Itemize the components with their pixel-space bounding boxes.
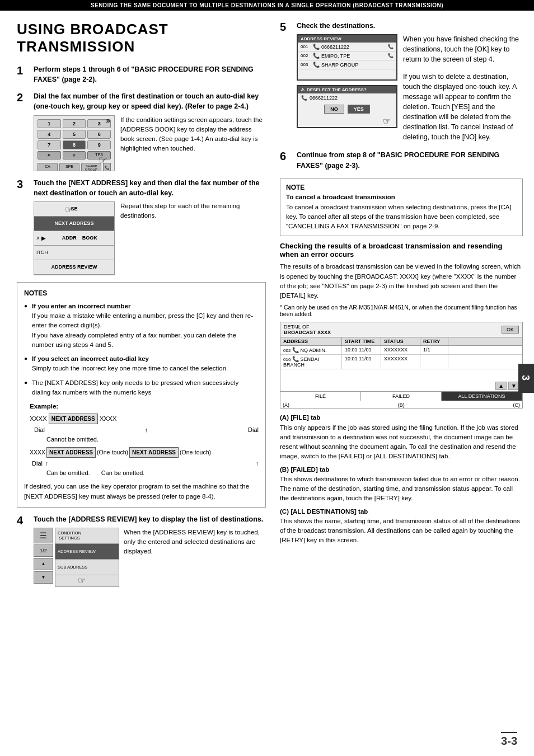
- failed-tab[interactable]: FAILED: [361, 392, 442, 401]
- step4-icon-btn: ☰: [34, 528, 53, 543]
- all-destinations-tab[interactable]: ALL DESTINATIONS: [442, 392, 522, 401]
- step4-up-btn[interactable]: ▲: [34, 558, 53, 570]
- step-3-desc: Repeat this step for each of the remaini…: [120, 201, 266, 275]
- key-1: 1: [38, 119, 61, 128]
- scroll-down-btn[interactable]: ▼: [508, 382, 519, 390]
- results-section: Checking the results of a broadcast tran…: [280, 242, 523, 545]
- step4-left-btns: ☰ 1/2 ▲ ▼: [34, 528, 53, 587]
- result-phone-2: 📞: [292, 356, 299, 362]
- col-header-address: ADDRESS: [280, 337, 342, 345]
- ex1-arrow-up: ↑: [46, 425, 246, 435]
- ok-button[interactable]: OK: [502, 326, 519, 334]
- example-2: XXXX NEXT ADDRESS (One-touch) NEXT ADDRE…: [30, 447, 259, 477]
- keypad-image: 1 2 3 ⓒ 4 5 6 7 8 9 ✦ # TPS: [34, 115, 115, 171]
- finger-icon-step2: ☞: [99, 154, 107, 166]
- scroll-btns: ▲ ▼: [280, 381, 522, 391]
- all-tab-desc-block: (C) [ALL DESTINATIONS] tab This shows th…: [280, 507, 523, 546]
- next-address-panel: SE NEXT ADDRESS X ▶ ADDR BOOK ITCH: [34, 201, 115, 275]
- step-1: 1 Perform steps 1 through 6 of "BASIC PR…: [17, 64, 266, 84]
- result-addr-1: 002 📞 NQ ADMIN.: [280, 346, 342, 354]
- key-4: 4: [38, 130, 61, 139]
- spe-label: SPE: [59, 163, 79, 171]
- note-1: If you enter an incorrect number If you …: [24, 302, 259, 350]
- all-tab-label: (C) [ALL DESTINATIONS] tab: [280, 508, 368, 515]
- step-6-content: Continue from step 8 of "BASIC PROCEDURE…: [297, 150, 523, 170]
- step-2-desc-text: If the condition settings screen appears…: [120, 116, 263, 152]
- tab-labels: (A) (B) (C): [280, 402, 522, 408]
- phone-icon-2: 📞: [313, 53, 320, 59]
- col-header-status: STATUS: [381, 337, 420, 345]
- deselect-title-bar: ⚠ DESELECT THE ADDRESS?: [298, 86, 396, 93]
- addr-row-3: 003 📞 SHARP GROUP: [298, 60, 396, 69]
- ex2-spacer: [51, 459, 252, 468]
- step-5-number: 5: [280, 21, 292, 33]
- note-2: If you select an incorrect auto-dial key…: [24, 354, 259, 374]
- result-status-1: XXXXXXX: [381, 346, 420, 354]
- step5-screens-left: ADDRESS REVIEW 001 📞 0666211222 📞 002 📞: [297, 34, 397, 142]
- next-address-button-label: NEXT ADDRESS: [36, 220, 112, 226]
- step4-down-btn[interactable]: ▼: [34, 571, 53, 584]
- step4-fraction: 1/2: [34, 544, 53, 557]
- yes-button[interactable]: YES: [348, 105, 370, 114]
- step-4-number: 4: [17, 514, 29, 527]
- addr-row-1-num: 001: [301, 44, 313, 49]
- step5-screens: ADDRESS REVIEW 001 📞 0666211222 📞 002 📞: [297, 34, 523, 142]
- key-star: ✦: [38, 151, 61, 159]
- step-3-number: 3: [17, 178, 29, 190]
- step-5-content: Check the destinations. ADDRESS REVIEW 0…: [297, 21, 523, 142]
- file-tab-desc: This only appears if the job was stored …: [280, 424, 518, 460]
- ex2-onetouch1: (One-touch): [97, 448, 128, 457]
- result-num-1: 002: [283, 348, 291, 353]
- note-3-text1: The [NEXT ADDRESS] key only needs to be …: [32, 379, 238, 396]
- notes-title: NOTES: [24, 288, 259, 298]
- arrow-right-icon: ▶: [41, 235, 46, 241]
- next-address-row[interactable]: NEXT ADDRESS: [34, 217, 114, 231]
- list-icon: ☰: [40, 531, 47, 540]
- key-5: 5: [63, 130, 86, 139]
- screen-empty-row: [298, 69, 396, 79]
- addr-book-label: ADDR BOOK: [47, 235, 112, 241]
- table-detail-label: DETAIL OF BROADCAST XXXX: [284, 324, 331, 335]
- step-6-number: 6: [280, 150, 292, 162]
- scroll-up-btn[interactable]: ▲: [495, 382, 507, 390]
- key-hash: #: [63, 151, 86, 159]
- page-number-text: 3-3: [501, 735, 517, 747]
- note-right-text: To cancel a broadcast transmission when …: [286, 203, 517, 232]
- addr-review-label: ADDRESS REVIEW: [36, 264, 112, 270]
- x-label: X: [36, 236, 39, 241]
- step-2-content: Dial the fax number of the first destina…: [34, 91, 266, 171]
- ex1-dial2: Dial: [248, 425, 259, 435]
- no-button[interactable]: NO: [324, 105, 344, 114]
- condition-settings-row[interactable]: CONDITIONSETTINGS: [55, 528, 119, 544]
- step-4: 4 Touch the [ADDRESS REVIEW] key to disp…: [17, 514, 266, 587]
- tab-label-c: (C): [513, 402, 521, 408]
- step-1-text: Perform steps 1 through 6 of "BASIC PROC…: [34, 65, 254, 83]
- results-table: DETAIL OF BROADCAST XXXX OK ADDRESS STAR…: [280, 322, 523, 408]
- sub-address-row[interactable]: SUB ADDRESS: [55, 560, 119, 575]
- tab-label-a: (A): [283, 402, 289, 408]
- step4-addr-review-row[interactable]: ADDRESS REVIEW: [55, 544, 119, 560]
- file-tab-desc-block: (A) [FILE] tab This only appears if the …: [280, 413, 523, 461]
- tab-descriptions: (A) [FILE] tab This only appears if the …: [280, 413, 523, 545]
- deselect-btn-row: NO YES: [298, 102, 396, 116]
- results-header: ADDRESS START TIME STATUS RETRY: [280, 337, 522, 346]
- side-tab-number: 3: [520, 374, 531, 381]
- example-2-labels: Dial ↑ ↑: [30, 459, 259, 468]
- ex1-xxxx2: XXXX: [100, 414, 117, 424]
- addr-review-screen-title: ADDRESS REVIEW: [301, 36, 341, 41]
- results-desc: The results of a broadcast transmission …: [280, 262, 523, 300]
- step-3: 3 Touch the [NEXT ADDRESS] key and then …: [17, 178, 266, 275]
- example-block: Example: XXXX NEXT ADDRESS XXXX Dial ↑ D…: [30, 402, 259, 477]
- col-header-retry: RETRY: [420, 337, 448, 345]
- step-2-number: 2: [17, 91, 29, 104]
- example-label: Example:: [30, 402, 259, 411]
- phone-small-2: 📞: [388, 53, 394, 58]
- step-6: 6 Continue from step 8 of "BASIC PROCEDU…: [280, 150, 523, 170]
- addr-review-row[interactable]: ADDRESS REVIEW: [34, 260, 114, 275]
- example-2-line: XXXX NEXT ADDRESS (One-touch) NEXT ADDRE…: [30, 447, 259, 458]
- deselect-number: 0666211222: [310, 95, 338, 101]
- example-1-line: XXXX NEXT ADDRESS XXXX: [30, 414, 259, 424]
- file-tab[interactable]: FILE: [280, 392, 361, 401]
- step-4-desc: When the [ADDRESS REVIEW] key is touched…: [124, 528, 266, 587]
- step-1-content: Perform steps 1 through 6 of "BASIC PROC…: [34, 64, 266, 84]
